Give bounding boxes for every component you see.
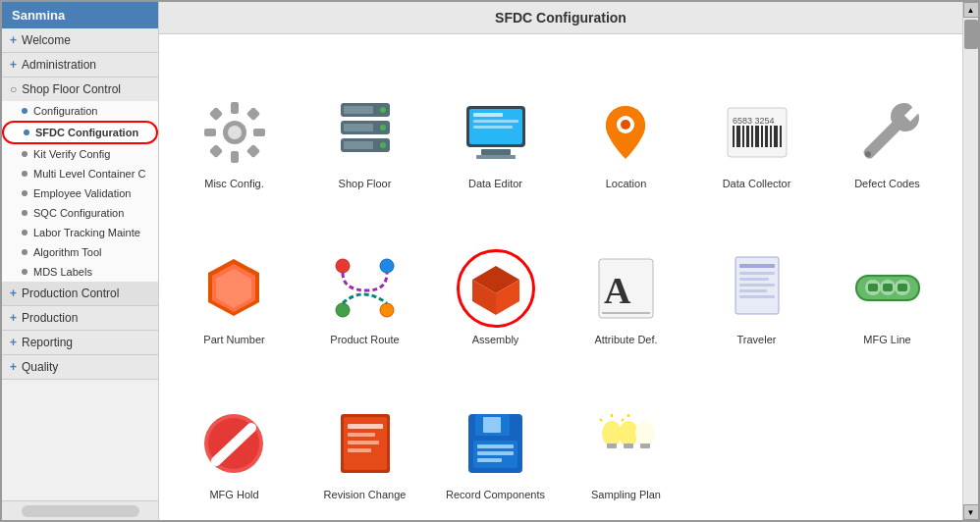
sqc-config-label: SQC Configuration	[33, 207, 124, 219]
svg-rect-7	[245, 107, 259, 121]
assembly-icon-wrapper	[457, 249, 535, 328]
floppy-icon	[463, 409, 527, 478]
employee-validation-label: Employee Validation	[33, 187, 131, 199]
monitor-icon	[462, 98, 530, 167]
svg-text:A: A	[604, 270, 631, 311]
product-route-cell[interactable]: Product Route	[299, 199, 430, 354]
svg-rect-24	[473, 120, 518, 123]
server-icon	[336, 98, 395, 167]
svg-rect-70	[898, 284, 907, 291]
right-scrollbar[interactable]: ▲ ▼	[962, 2, 978, 520]
sidebar-scrollbar[interactable]	[2, 500, 158, 520]
welcome-item[interactable]: + Welcome	[2, 28, 158, 52]
shop-floor-cell[interactable]: Shop Floor	[299, 44, 430, 199]
employee-validation-item[interactable]: Employee Validation	[2, 183, 158, 203]
configuration-item[interactable]: Configuration	[2, 101, 158, 121]
data-collector-label: Data Collector	[723, 178, 791, 189]
assembly-cell[interactable]: Assembly	[430, 199, 561, 354]
company-name: Sanmina	[2, 2, 158, 28]
welcome-plus: +	[10, 33, 17, 47]
svg-rect-36	[755, 126, 759, 147]
location-icon-wrapper	[587, 93, 666, 172]
labor-tracking-item[interactable]: Labor Tracking Mainte	[2, 223, 158, 242]
part-number-cell[interactable]: Part Number	[169, 199, 299, 354]
mfghold-icon	[202, 412, 266, 476]
part-number-label: Part Number	[203, 334, 264, 345]
welcome-section: + Welcome	[2, 28, 158, 53]
defect-codes-cell[interactable]: Defect Codes	[822, 44, 953, 199]
attribute-def-cell[interactable]: A Attribute Def.	[561, 199, 691, 354]
svg-point-95	[635, 421, 655, 446]
mds-dot	[22, 269, 27, 275]
product-route-label: Product Route	[330, 334, 399, 345]
scrollbar-thumb[interactable]	[964, 20, 978, 49]
quality-label: Quality	[22, 360, 58, 374]
svg-rect-35	[751, 126, 753, 147]
algorithm-item[interactable]: Algorithm Tool	[2, 242, 158, 262]
sidebar: Sanmina + Welcome + Administration ○ Sho…	[2, 2, 159, 520]
location-cell[interactable]: Location	[561, 44, 691, 199]
shop-floor-control-item[interactable]: ○ Shop Floor Control	[2, 78, 158, 101]
mfg-hold-cell[interactable]: MFG Hold	[169, 355, 299, 510]
svg-point-12	[380, 107, 386, 113]
data-collector-cell[interactable]: 6583 3254	[691, 44, 822, 199]
svg-rect-17	[344, 141, 373, 149]
svg-rect-33	[742, 126, 744, 147]
misc-config-cell[interactable]: Misc Config.	[169, 44, 299, 199]
svg-rect-37	[761, 126, 763, 147]
svg-rect-4	[204, 129, 216, 136]
mfg-line-cell[interactable]: MFG Line	[822, 199, 953, 354]
shop-floor-circle: ○	[10, 82, 17, 96]
multi-level-item[interactable]: Multi Level Container C	[2, 164, 158, 183]
record-components-cell[interactable]: Record Components	[430, 355, 561, 510]
quality-item[interactable]: + Quality	[2, 355, 158, 379]
administration-item[interactable]: + Administration	[2, 53, 158, 77]
mds-labels-item[interactable]: MDS Labels	[2, 262, 158, 282]
svg-rect-21	[481, 149, 511, 155]
svg-rect-61	[739, 289, 767, 292]
quality-section: + Quality	[2, 355, 158, 380]
product-route-icon-wrapper	[326, 249, 405, 328]
svg-rect-2	[231, 102, 239, 114]
svg-rect-32	[736, 126, 740, 147]
svg-rect-76	[348, 424, 383, 429]
administration-plus: +	[10, 58, 17, 72]
production-plus: +	[10, 311, 17, 325]
production-control-item[interactable]: + Production Control	[2, 282, 158, 305]
misc-config-icon-wrapper	[195, 93, 274, 172]
reporting-plus: +	[10, 336, 17, 349]
svg-rect-5	[253, 129, 265, 136]
traveler-cell[interactable]: Traveler	[691, 199, 822, 354]
svg-rect-34	[746, 126, 749, 147]
kit-verify-item[interactable]: Kit Verify Config	[2, 144, 158, 164]
svg-rect-40	[774, 126, 778, 147]
svg-rect-69	[883, 284, 893, 291]
svg-rect-57	[739, 264, 775, 268]
svg-point-1	[228, 126, 242, 139]
sfdc-config-label: SFDC Configuration	[35, 127, 138, 138]
reporting-item[interactable]: + Reporting	[2, 331, 158, 354]
data-editor-cell[interactable]: Data Editor	[430, 44, 561, 199]
production-item[interactable]: + Production	[2, 306, 158, 330]
sqc-config-item[interactable]: SQC Configuration	[2, 203, 158, 223]
sfdc-config-item[interactable]: SFDC Configuration	[2, 121, 158, 144]
svg-rect-96	[640, 444, 650, 448]
configuration-label: Configuration	[33, 105, 97, 117]
sqc-dot	[22, 210, 27, 216]
revision-change-icon-wrapper	[326, 404, 405, 483]
svg-rect-8	[208, 144, 222, 158]
scroll-up-btn[interactable]: ▲	[963, 2, 979, 18]
svg-point-18	[380, 142, 386, 148]
sampling-plan-cell[interactable]: Sampling Plan	[561, 355, 691, 510]
svg-line-90	[600, 419, 602, 421]
revision-change-cell[interactable]: Revision Change	[299, 355, 430, 510]
traveler-label: Traveler	[737, 334, 777, 345]
multi-dot	[22, 171, 27, 177]
svg-rect-39	[770, 126, 772, 147]
welcome-label: Welcome	[22, 33, 71, 47]
scroll-down-btn[interactable]: ▼	[963, 504, 979, 520]
administration-section: + Administration	[2, 53, 158, 78]
part-number-icon-wrapper	[195, 249, 274, 328]
svg-rect-58	[739, 272, 775, 275]
svg-rect-77	[348, 433, 375, 437]
